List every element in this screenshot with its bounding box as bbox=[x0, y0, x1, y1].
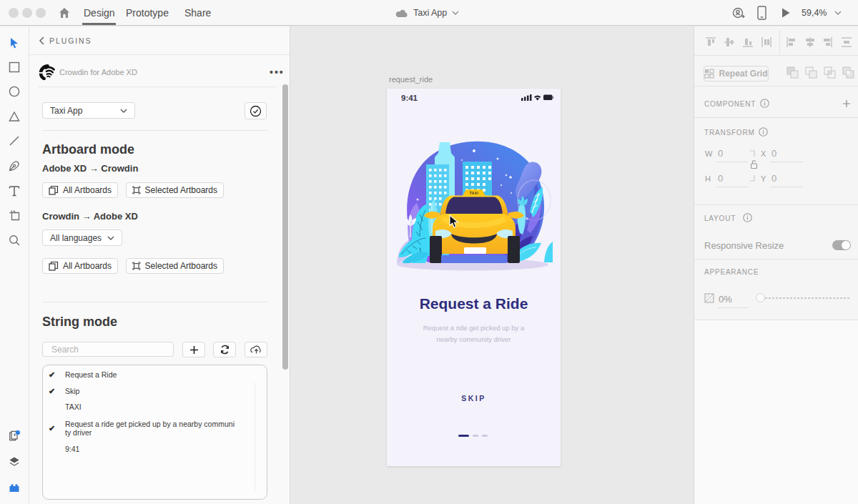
svg-text:TAXI: TAXI bbox=[470, 192, 479, 195]
